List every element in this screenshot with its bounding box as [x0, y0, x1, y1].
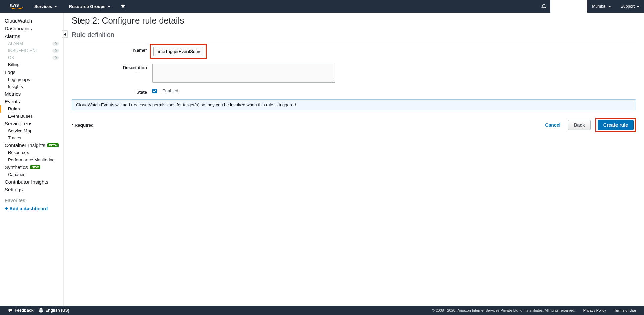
pin-icon[interactable] [118, 4, 128, 9]
account-region-placeholder[interactable] [550, 0, 587, 13]
region-dropdown[interactable]: Mumbai [587, 4, 616, 9]
terms-link[interactable]: Terms of Use [614, 308, 636, 312]
sidebar-canaries[interactable]: Canaries [0, 171, 64, 178]
section-title: Rule definition [72, 31, 636, 41]
name-row: Name* [72, 46, 636, 59]
language-selector[interactable]: English (US) [39, 308, 69, 313]
caret-down-icon [108, 6, 110, 7]
support-label: Support [621, 4, 635, 9]
synthetics-label: Synthetics [5, 164, 28, 170]
header-nav: Services Resource Groups [30, 4, 128, 9]
sidebar-perf-monitoring[interactable]: Performance Monitoring [0, 156, 64, 163]
svg-point-1 [8, 309, 12, 311]
description-input[interactable] [152, 64, 335, 83]
caret-down-icon [54, 6, 57, 7]
sidebar-ok[interactable]: OK 0 [0, 54, 64, 61]
sidebar-logs[interactable]: Logs [0, 68, 64, 76]
language-label: English (US) [45, 308, 69, 313]
count-pill: 0 [52, 42, 59, 46]
create-rule-button[interactable]: Create rule [598, 120, 634, 130]
state-label: State [72, 88, 152, 95]
sidebar-settings[interactable]: Settings [0, 186, 64, 193]
name-label: Name* [72, 46, 152, 53]
sidebar-resources[interactable]: Resources [0, 149, 64, 156]
button-row: Cancel Back Create rule [542, 118, 636, 132]
services-label: Services [34, 4, 52, 9]
name-input[interactable] [153, 47, 203, 56]
description-row: Description [72, 64, 636, 84]
svg-text:aws: aws [10, 2, 19, 8]
services-dropdown[interactable]: Services [30, 4, 62, 9]
add-dashboard-label: Add a dashboard [9, 206, 48, 211]
resource-groups-dropdown[interactable]: Resource Groups [64, 4, 115, 9]
actions-row: * Required Cancel Back Create rule [72, 113, 636, 132]
aws-logo[interactable]: aws [0, 2, 30, 10]
footer-right: © 2008 - 2020, Amazon Internet Services … [432, 308, 636, 312]
copyright: © 2008 - 2020, Amazon Internet Services … [432, 308, 575, 312]
sidebar-traces[interactable]: Traces [0, 134, 64, 141]
count-pill: 0 [52, 56, 59, 60]
sidebar-favorites: Favorites [0, 193, 64, 205]
sidebar-alarms[interactable]: Alarms [0, 32, 64, 40]
feedback-link[interactable]: Feedback [8, 308, 33, 313]
sidebar-insufficient[interactable]: INSUFFICIENT 0 [0, 47, 64, 54]
sidebar-cloudwatch[interactable]: CloudWatch [0, 17, 64, 25]
aws-header: aws Services Resource Groups Mumbai Supp… [0, 0, 644, 13]
cancel-button[interactable]: Cancel [542, 121, 563, 129]
region-label: Mumbai [592, 4, 606, 9]
description-label: Description [72, 64, 152, 70]
required-label: * Required [72, 123, 94, 128]
caret-down-icon [637, 6, 639, 7]
notifications-icon[interactable] [537, 4, 550, 9]
sidebar-insights[interactable]: Insights [0, 83, 64, 90]
create-rule-highlight: Create rule [595, 118, 636, 132]
footer: Feedback English (US) © 2008 - 2020, Ama… [0, 306, 644, 315]
privacy-link[interactable]: Privacy Policy [583, 308, 606, 312]
sidebar-dashboards[interactable]: Dashboards [0, 25, 64, 32]
sidebar-service-map[interactable]: Service Map [0, 127, 64, 134]
name-highlight [150, 44, 207, 59]
sidebar-rules[interactable]: Rules [0, 105, 64, 113]
sidebar-insufficient-label: INSUFFICIENT [8, 48, 38, 53]
enabled-checkbox[interactable] [152, 89, 157, 93]
new-badge: NEW [30, 165, 40, 169]
container-insights-label: Container Insights [5, 142, 45, 148]
support-dropdown[interactable]: Support [616, 4, 644, 9]
page-title: Step 2: Configure rule details [72, 15, 636, 28]
sidebar-alarm[interactable]: ALARM 0 [0, 40, 64, 47]
sidebar-event-buses[interactable]: Event Buses [0, 113, 64, 120]
enabled-label: Enabled [162, 88, 178, 93]
beta-badge: BETA [47, 143, 59, 147]
sidebar-contributor-insights[interactable]: Contributor Insights [0, 178, 64, 186]
sidebar-log-groups[interactable]: Log groups [0, 76, 64, 83]
sidebar: ◀ CloudWatch Dashboards Alarms ALARM 0 I… [0, 13, 64, 306]
info-box: CloudWatch Events will add necessary per… [72, 99, 636, 110]
add-dashboard-link[interactable]: ✚ Add a dashboard [0, 205, 64, 213]
sidebar-metrics[interactable]: Metrics [0, 90, 64, 98]
sidebar-ok-label: OK [8, 55, 14, 60]
feedback-label: Feedback [15, 308, 33, 313]
back-button[interactable]: Back [568, 120, 590, 130]
sidebar-servicelens[interactable]: ServiceLens [0, 120, 64, 127]
resource-groups-label: Resource Groups [69, 4, 106, 9]
sidebar-alarm-label: ALARM [8, 41, 23, 46]
sidebar-billing[interactable]: Billing [0, 61, 64, 68]
caret-down-icon [608, 6, 611, 7]
main-layout: ◀ CloudWatch Dashboards Alarms ALARM 0 I… [0, 13, 644, 306]
content: Step 2: Configure rule details Rule defi… [64, 13, 644, 306]
sidebar-events[interactable]: Events [0, 98, 64, 105]
count-pill: 0 [52, 49, 59, 53]
header-right: Mumbai Support [537, 0, 644, 13]
sidebar-synthetics[interactable]: Synthetics NEW [0, 163, 64, 171]
sidebar-container-insights[interactable]: Container Insights BETA [0, 141, 64, 149]
state-row: State Enabled [72, 88, 636, 95]
plus-icon: ✚ [5, 206, 8, 211]
footer-left: Feedback English (US) [8, 308, 69, 313]
